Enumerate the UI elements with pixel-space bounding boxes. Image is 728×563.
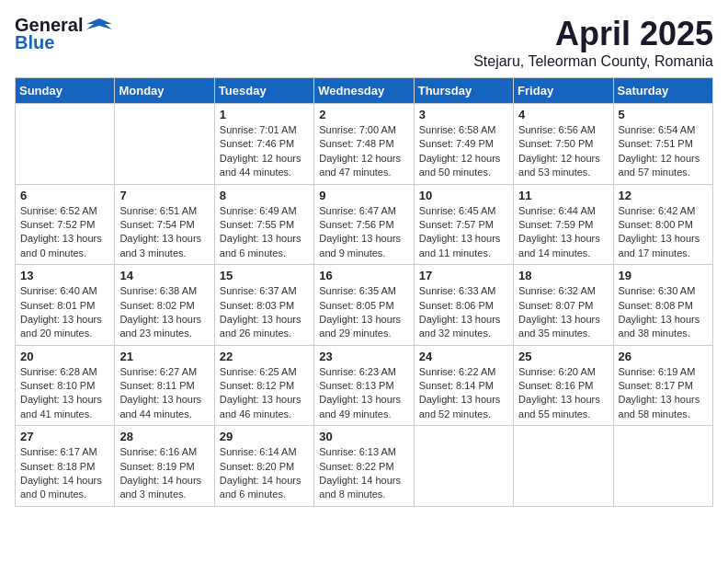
day-number: 22 [220, 350, 309, 363]
day-number: 15 [220, 269, 309, 282]
calendar-cell: 30Sunrise: 6:13 AMSunset: 8:22 PMDayligh… [314, 426, 414, 507]
day-number: 12 [619, 189, 708, 202]
day-number: 26 [619, 350, 708, 363]
day-number: 24 [419, 350, 508, 363]
calendar-cell: 6Sunrise: 6:52 AMSunset: 7:52 PMDaylight… [16, 184, 115, 265]
calendar-table: SundayMondayTuesdayWednesdayThursdayFrid… [15, 77, 713, 507]
day-number: 30 [319, 430, 408, 443]
day-number: 21 [119, 350, 209, 363]
day-info: Sunrise: 6:19 AMSunset: 8:17 PMDaylight:… [619, 365, 708, 422]
day-number: 9 [319, 189, 408, 202]
calendar-cell: 13Sunrise: 6:40 AMSunset: 8:01 PMDayligh… [16, 265, 115, 346]
day-number: 16 [319, 269, 408, 282]
calendar-cell: 3Sunrise: 6:58 AMSunset: 7:49 PMDaylight… [414, 104, 513, 185]
calendar-cell: 2Sunrise: 7:00 AMSunset: 7:48 PMDaylight… [314, 104, 414, 185]
logo-blue: Blue [15, 32, 54, 53]
day-number: 11 [518, 189, 608, 202]
calendar-cell: 28Sunrise: 6:16 AMSunset: 8:19 PMDayligh… [115, 426, 214, 507]
day-info: Sunrise: 6:33 AMSunset: 8:06 PMDaylight:… [419, 284, 508, 341]
day-number: 8 [220, 189, 309, 202]
day-info: Sunrise: 6:23 AMSunset: 8:13 PMDaylight:… [319, 365, 408, 422]
column-header-tuesday: Tuesday [214, 78, 313, 104]
logo: General Blue [15, 15, 112, 53]
svg-marker-0 [86, 18, 112, 29]
calendar-cell [414, 426, 513, 507]
day-info: Sunrise: 6:20 AMSunset: 8:16 PMDaylight:… [518, 365, 608, 422]
day-info: Sunrise: 6:40 AMSunset: 8:01 PMDaylight:… [20, 284, 109, 341]
calendar-cell: 15Sunrise: 6:37 AMSunset: 8:03 PMDayligh… [214, 265, 313, 346]
day-info: Sunrise: 6:16 AMSunset: 8:19 PMDaylight:… [119, 445, 209, 502]
day-info: Sunrise: 6:13 AMSunset: 8:22 PMDaylight:… [319, 445, 408, 502]
day-number: 25 [518, 350, 608, 363]
calendar-cell: 1Sunrise: 7:01 AMSunset: 7:46 PMDaylight… [214, 104, 313, 185]
calendar-cell: 17Sunrise: 6:33 AMSunset: 8:06 PMDayligh… [414, 265, 513, 346]
calendar-cell: 9Sunrise: 6:47 AMSunset: 7:56 PMDaylight… [314, 184, 414, 265]
day-info: Sunrise: 6:49 AMSunset: 7:55 PMDaylight:… [220, 204, 309, 261]
calendar-cell: 21Sunrise: 6:27 AMSunset: 8:11 PMDayligh… [115, 345, 214, 426]
day-number: 10 [419, 189, 508, 202]
day-number: 14 [119, 269, 209, 282]
calendar-cell: 10Sunrise: 6:45 AMSunset: 7:57 PMDayligh… [414, 184, 513, 265]
day-number: 20 [20, 350, 109, 363]
day-number: 4 [518, 108, 608, 121]
calendar-cell: 8Sunrise: 6:49 AMSunset: 7:55 PMDaylight… [214, 184, 313, 265]
day-number: 5 [619, 108, 708, 121]
column-header-saturday: Saturday [613, 78, 712, 104]
day-number: 6 [20, 189, 109, 202]
calendar-cell: 16Sunrise: 6:35 AMSunset: 8:05 PMDayligh… [314, 265, 414, 346]
day-number: 17 [419, 269, 508, 282]
calendar-week-1: 1Sunrise: 7:01 AMSunset: 7:46 PMDaylight… [16, 104, 713, 185]
day-info: Sunrise: 6:54 AMSunset: 7:51 PMDaylight:… [619, 123, 708, 180]
calendar-cell: 12Sunrise: 6:42 AMSunset: 8:00 PMDayligh… [613, 184, 712, 265]
day-info: Sunrise: 6:38 AMSunset: 8:02 PMDaylight:… [119, 284, 209, 341]
column-header-monday: Monday [115, 78, 214, 104]
day-info: Sunrise: 7:01 AMSunset: 7:46 PMDaylight:… [220, 123, 309, 180]
column-header-thursday: Thursday [414, 78, 513, 104]
day-number: 2 [319, 108, 408, 121]
day-number: 18 [518, 269, 608, 282]
calendar-cell [613, 426, 712, 507]
title-block: April 2025 Stejaru, Teleorman County, Ro… [473, 15, 713, 70]
day-number: 27 [20, 430, 109, 443]
day-info: Sunrise: 6:47 AMSunset: 7:56 PMDaylight:… [319, 204, 408, 261]
calendar-cell: 18Sunrise: 6:32 AMSunset: 8:07 PMDayligh… [514, 265, 613, 346]
day-info: Sunrise: 6:42 AMSunset: 8:00 PMDaylight:… [619, 204, 708, 261]
day-info: Sunrise: 6:51 AMSunset: 7:54 PMDaylight:… [119, 204, 209, 261]
calendar-cell: 25Sunrise: 6:20 AMSunset: 8:16 PMDayligh… [514, 345, 613, 426]
day-info: Sunrise: 6:25 AMSunset: 8:12 PMDaylight:… [220, 365, 309, 422]
column-header-wednesday: Wednesday [314, 78, 414, 104]
calendar-cell: 11Sunrise: 6:44 AMSunset: 7:59 PMDayligh… [514, 184, 613, 265]
column-header-friday: Friday [514, 78, 613, 104]
calendar-cell: 26Sunrise: 6:19 AMSunset: 8:17 PMDayligh… [613, 345, 712, 426]
calendar-cell [514, 426, 613, 507]
day-number: 7 [119, 189, 209, 202]
calendar-header-row: SundayMondayTuesdayWednesdayThursdayFrid… [16, 78, 713, 104]
calendar-cell: 7Sunrise: 6:51 AMSunset: 7:54 PMDaylight… [115, 184, 214, 265]
calendar-cell: 29Sunrise: 6:14 AMSunset: 8:20 PMDayligh… [214, 426, 313, 507]
calendar-cell: 27Sunrise: 6:17 AMSunset: 8:18 PMDayligh… [16, 426, 115, 507]
day-info: Sunrise: 6:52 AMSunset: 7:52 PMDaylight:… [20, 204, 109, 261]
day-info: Sunrise: 6:28 AMSunset: 8:10 PMDaylight:… [20, 365, 109, 422]
day-info: Sunrise: 6:56 AMSunset: 7:50 PMDaylight:… [518, 123, 608, 180]
calendar-cell [16, 104, 115, 185]
day-number: 28 [119, 430, 209, 443]
page-header: General Blue April 2025 Stejaru, Teleorm… [15, 15, 713, 70]
day-info: Sunrise: 7:00 AMSunset: 7:48 PMDaylight:… [319, 123, 408, 180]
calendar-title: April 2025 [473, 15, 713, 53]
calendar-cell: 19Sunrise: 6:30 AMSunset: 8:08 PMDayligh… [613, 265, 712, 346]
day-info: Sunrise: 6:44 AMSunset: 7:59 PMDaylight:… [518, 204, 608, 261]
day-info: Sunrise: 6:37 AMSunset: 8:03 PMDaylight:… [220, 284, 309, 341]
logo-bird-icon [86, 17, 112, 35]
day-number: 13 [20, 269, 109, 282]
calendar-week-3: 13Sunrise: 6:40 AMSunset: 8:01 PMDayligh… [16, 265, 713, 346]
calendar-week-2: 6Sunrise: 6:52 AMSunset: 7:52 PMDaylight… [16, 184, 713, 265]
day-info: Sunrise: 6:35 AMSunset: 8:05 PMDaylight:… [319, 284, 408, 341]
calendar-subtitle: Stejaru, Teleorman County, Romania [473, 53, 713, 70]
day-info: Sunrise: 6:45 AMSunset: 7:57 PMDaylight:… [419, 204, 508, 261]
column-header-sunday: Sunday [16, 78, 115, 104]
calendar-cell: 23Sunrise: 6:23 AMSunset: 8:13 PMDayligh… [314, 345, 414, 426]
day-info: Sunrise: 6:30 AMSunset: 8:08 PMDaylight:… [619, 284, 708, 341]
calendar-cell: 4Sunrise: 6:56 AMSunset: 7:50 PMDaylight… [514, 104, 613, 185]
day-number: 3 [419, 108, 508, 121]
day-number: 23 [319, 350, 408, 363]
